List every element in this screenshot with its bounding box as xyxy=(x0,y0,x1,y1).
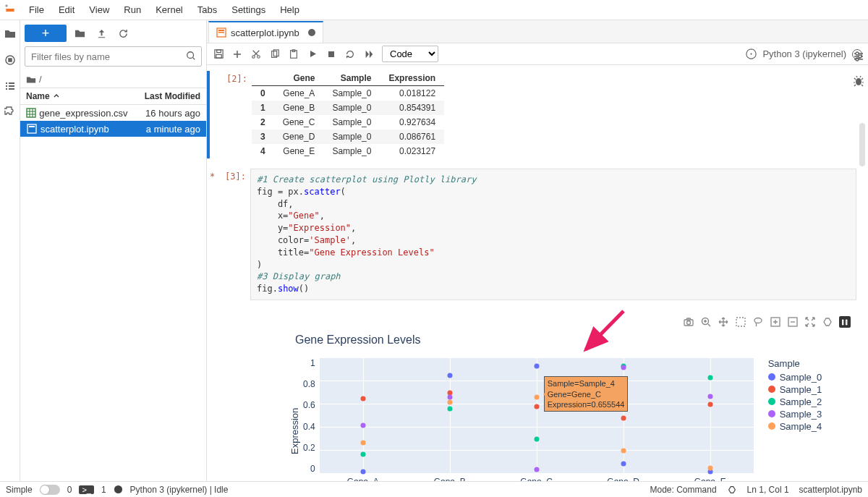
cut-icon[interactable] xyxy=(250,48,262,60)
legend-item[interactable]: Sample_2 xyxy=(768,396,822,407)
data-point[interactable] xyxy=(707,375,712,381)
kernel-name[interactable]: Python 3 (ipykernel) xyxy=(762,48,846,59)
refresh-icon[interactable] xyxy=(114,25,132,42)
camera-icon[interactable] xyxy=(683,316,694,328)
mode-indicator[interactable]: Mode: Command xyxy=(650,485,717,495)
legend-item[interactable]: Sample_4 xyxy=(768,421,822,432)
pan-icon[interactable] xyxy=(718,316,729,328)
toc-icon[interactable] xyxy=(4,80,17,93)
autoscale-icon[interactable] xyxy=(804,316,816,328)
legend-item[interactable]: Sample_0 xyxy=(768,372,822,383)
menu-file[interactable]: File xyxy=(22,1,51,18)
upload-icon[interactable] xyxy=(93,25,110,42)
scrollbar[interactable] xyxy=(859,123,865,166)
scatter-chart[interactable]: Gene Expression Levels Expression 10.80.… xyxy=(250,328,856,481)
kernel-status-text[interactable]: Python 3 (ipykernel) | Idle xyxy=(130,485,229,495)
lasso-icon[interactable] xyxy=(752,316,764,328)
restart-run-all-icon[interactable] xyxy=(363,48,375,60)
menu-tabs[interactable]: Tabs xyxy=(190,1,224,18)
data-point[interactable] xyxy=(534,436,539,441)
property-inspector-icon[interactable] xyxy=(853,51,864,62)
file-name: scatterplot.ipynb xyxy=(41,124,119,135)
status-bar: Simple 0 >_ 1 Python 3 (ipykernel) | Idl… xyxy=(0,481,868,497)
add-cell-icon[interactable] xyxy=(231,48,243,60)
filebrowser-col-name[interactable]: Name xyxy=(20,88,119,104)
cell-type-select[interactable]: Code xyxy=(382,46,438,62)
data-point[interactable] xyxy=(707,402,712,407)
data-point[interactable] xyxy=(534,404,539,409)
cell-output-2[interactable]: [2]: GeneSampleExpression 0Gene_ASample_… xyxy=(207,71,856,158)
notifications-icon[interactable] xyxy=(727,485,737,495)
y-axis-ticks: 10.80.60.40.20 xyxy=(303,358,320,474)
data-point[interactable] xyxy=(360,422,365,428)
notebook-content[interactable]: [2]: GeneSampleExpression 0Gene_ASample_… xyxy=(207,65,868,481)
filter-files-input[interactable] xyxy=(25,46,202,67)
terminal-icon[interactable]: >_ xyxy=(79,485,94,494)
code-editor[interactable]: #1 Create scatterplot using Plotly libra… xyxy=(250,169,856,300)
data-point[interactable] xyxy=(621,365,626,370)
simple-mode-toggle[interactable] xyxy=(40,485,60,495)
svg-rect-10 xyxy=(27,109,35,117)
data-point[interactable] xyxy=(534,467,539,472)
zoom-in-icon[interactable] xyxy=(770,316,781,328)
file-browser: + / Name Last Modified gene_expression.c… xyxy=(20,20,207,481)
menu-run[interactable]: Run xyxy=(116,1,148,18)
svg-point-19 xyxy=(252,55,255,58)
stop-icon[interactable] xyxy=(326,48,337,60)
data-point[interactable] xyxy=(360,440,365,445)
data-point[interactable] xyxy=(621,461,626,466)
kernel-alert-icon[interactable] xyxy=(745,48,757,60)
breadcrumb[interactable]: / xyxy=(20,71,206,88)
copy-icon[interactable] xyxy=(269,48,281,60)
menu-settings[interactable]: Settings xyxy=(224,1,273,18)
menu-edit[interactable]: Edit xyxy=(51,1,82,18)
data-point[interactable] xyxy=(360,469,365,474)
zoom-icon[interactable] xyxy=(700,316,712,328)
data-point[interactable] xyxy=(707,394,712,399)
tab-scatterplot[interactable]: scatterplot.ipynb xyxy=(208,21,323,43)
chart-legend[interactable]: Sample Sample_0Sample_1Sample_2Sample_3S… xyxy=(768,358,822,481)
paste-icon[interactable] xyxy=(288,48,299,60)
svg-rect-15 xyxy=(218,32,224,33)
plot-area[interactable]: Sample=Sample_4Gene=Gene_CExpression=0.6… xyxy=(320,358,754,474)
legend-item[interactable]: Sample_3 xyxy=(768,409,822,420)
data-point[interactable] xyxy=(534,395,539,400)
file-row[interactable]: scatterplot.ipynba minute ago xyxy=(20,121,206,137)
filebrowser-col-modified[interactable]: Last Modified xyxy=(119,88,206,104)
menu-kernel[interactable]: Kernel xyxy=(148,1,190,18)
kernel-sessions-icon[interactable] xyxy=(114,485,123,494)
data-point[interactable] xyxy=(447,407,452,412)
data-point[interactable] xyxy=(534,364,539,369)
extensions-icon[interactable] xyxy=(4,106,17,119)
run-icon[interactable] xyxy=(307,48,318,60)
terminal-count-b[interactable]: 1 xyxy=(101,485,106,495)
running-icon[interactable] xyxy=(4,54,17,67)
menu-view[interactable]: View xyxy=(82,1,116,18)
new-launcher-button[interactable]: + xyxy=(25,25,67,42)
folder-icon[interactable] xyxy=(4,27,17,41)
data-point[interactable] xyxy=(360,396,365,401)
cell-prompt: [2]: xyxy=(211,71,252,158)
zoom-out-icon[interactable] xyxy=(787,316,799,328)
cursor-position[interactable]: Ln 1, Col 1 xyxy=(747,485,789,495)
data-point[interactable] xyxy=(707,465,712,470)
data-point[interactable] xyxy=(447,373,452,378)
file-modified: 16 hours ago xyxy=(128,108,207,119)
save-icon[interactable] xyxy=(213,48,224,60)
menu-help[interactable]: Help xyxy=(273,1,307,18)
file-row[interactable]: gene_expression.csv16 hours ago xyxy=(20,105,206,121)
reset-axes-icon[interactable] xyxy=(822,316,833,328)
box-select-icon[interactable] xyxy=(735,316,746,328)
cell-code-3[interactable]: [3]: #1 Create scatterplot using Plotly … xyxy=(210,169,856,481)
data-point[interactable] xyxy=(621,416,626,421)
data-point[interactable] xyxy=(447,399,452,404)
plotly-logo-icon[interactable]: ⫿⫿ xyxy=(839,316,851,328)
svg-rect-4 xyxy=(9,82,14,84)
terminal-count-a[interactable]: 0 xyxy=(67,485,72,495)
data-point[interactable] xyxy=(621,448,626,453)
new-folder-icon[interactable] xyxy=(71,25,88,42)
restart-icon[interactable] xyxy=(344,48,356,60)
notebook-icon xyxy=(216,27,226,38)
legend-item[interactable]: Sample_1 xyxy=(768,384,822,395)
data-point[interactable] xyxy=(360,451,365,456)
